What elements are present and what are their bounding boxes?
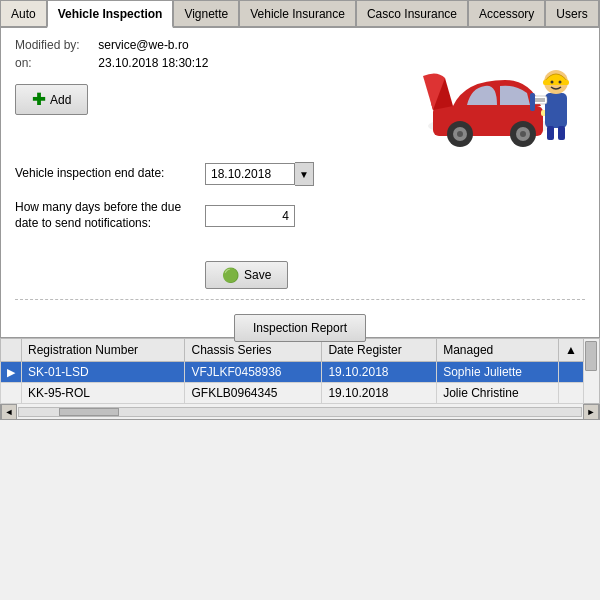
svg-point-12 [551, 81, 554, 84]
table-scroll-area: Registration Number Chassis Series Date … [0, 338, 600, 404]
modified-by-label: Modified by: [15, 38, 95, 52]
date-dropdown-button[interactable]: ▼ [295, 162, 314, 186]
table-row[interactable]: KK-95-ROL GFKLB0964345 19.10.2018 Jolie … [1, 383, 584, 404]
svg-point-7 [520, 131, 526, 137]
notifications-input[interactable] [205, 205, 295, 227]
svg-rect-17 [530, 93, 535, 111]
modified-by-value: service@we-b.ro [98, 38, 188, 52]
cell-chassis: VFJLKF0458936 [185, 362, 322, 383]
notifications-row: How many days before the due date to sen… [15, 200, 585, 231]
car-illustration [415, 38, 585, 148]
inspection-table: Registration Number Chassis Series Date … [0, 338, 584, 404]
cell-chassis: GFKLB0964345 [185, 383, 322, 404]
table-row[interactable]: ▶ SK-01-LSD VFJLKF0458936 19.10.2018 Sop… [1, 362, 584, 383]
svg-point-13 [559, 81, 562, 84]
add-button-label: Add [50, 93, 71, 107]
scrollbar-track [584, 339, 599, 403]
divider [15, 299, 585, 300]
cell-date-register: 19.10.2018 [322, 383, 437, 404]
tab-vignette[interactable]: Vignette [173, 0, 239, 26]
main-content-panel: Modified by: service@we-b.ro on: 23.10.2… [0, 28, 600, 338]
svg-point-4 [457, 131, 463, 137]
on-value: 23.10.2018 18:30:12 [98, 56, 208, 70]
info-left: Modified by: service@we-b.ro on: 23.10.2… [15, 38, 415, 148]
cell-managed: Jolie Christine [437, 383, 559, 404]
scroll-right-button[interactable]: ► [583, 404, 599, 420]
modified-by-line: Modified by: service@we-b.ro [15, 38, 415, 52]
svg-rect-18 [547, 126, 554, 140]
save-button-label: Save [244, 268, 271, 282]
row-indicator: ▶ [1, 362, 22, 383]
tab-bar: Auto Vehicle Inspection Vignette Vehicle… [0, 0, 600, 28]
cell-sort [559, 362, 584, 383]
svg-rect-9 [545, 93, 567, 128]
row-indicator [1, 383, 22, 404]
col-managed[interactable]: Managed [437, 339, 559, 362]
h-scroll-thumb[interactable] [59, 408, 119, 416]
save-button[interactable]: 🟢 Save [205, 261, 288, 289]
info-section: Modified by: service@we-b.ro on: 23.10.2… [15, 38, 585, 148]
on-label: on: [15, 56, 95, 70]
end-date-label: Vehicle inspection end date: [15, 166, 205, 182]
tab-vehicle-inspection[interactable]: Vehicle Inspection [47, 0, 174, 28]
cell-managed: Sophie Juliette [437, 362, 559, 383]
save-row: 🟢 Save [205, 245, 585, 289]
svg-rect-14 [533, 96, 547, 104]
tab-casco-insurance[interactable]: Casco Insurance [356, 0, 468, 26]
cell-reg-number: KK-95-ROL [22, 383, 185, 404]
col-indicator [1, 339, 22, 362]
on-date-line: on: 23.10.2018 18:30:12 [15, 56, 415, 70]
scroll-left-button[interactable]: ◄ [1, 404, 17, 420]
horizontal-scrollbar[interactable]: ◄ ► [0, 404, 600, 420]
save-icon: 🟢 [222, 267, 239, 283]
tab-vehicle-insurance[interactable]: Vehicle Insurance [239, 0, 356, 26]
car-mechanic-svg [415, 38, 585, 148]
svg-rect-19 [558, 126, 565, 140]
date-input-container: ▼ [205, 162, 314, 186]
col-sort[interactable]: ▲ [559, 339, 584, 362]
tab-auto[interactable]: Auto [0, 0, 47, 26]
end-date-input[interactable] [205, 163, 295, 185]
col-reg-number[interactable]: Registration Number [22, 339, 185, 362]
vertical-scrollbar[interactable] [584, 338, 600, 404]
h-scroll-track [18, 407, 582, 417]
end-date-row: Vehicle inspection end date: ▼ [15, 162, 585, 186]
scrollbar-thumb[interactable] [585, 341, 597, 371]
sort-up-icon: ▲ [565, 343, 577, 357]
notifications-label: How many days before the due date to sen… [15, 200, 205, 231]
add-icon: ✚ [32, 90, 45, 109]
row-indicator-arrow: ▶ [7, 366, 15, 378]
add-button[interactable]: ✚ Add [15, 84, 88, 115]
tab-users[interactable]: Users [545, 0, 598, 26]
cell-sort [559, 383, 584, 404]
svg-rect-11 [543, 80, 569, 85]
cell-reg-number: SK-01-LSD [22, 362, 185, 383]
table-wrapper: Registration Number Chassis Series Date … [0, 338, 584, 404]
cell-date-register: 19.10.2018 [322, 362, 437, 383]
inspection-report-button[interactable]: Inspection Report [234, 314, 366, 342]
tab-accessory[interactable]: Accessory [468, 0, 545, 26]
